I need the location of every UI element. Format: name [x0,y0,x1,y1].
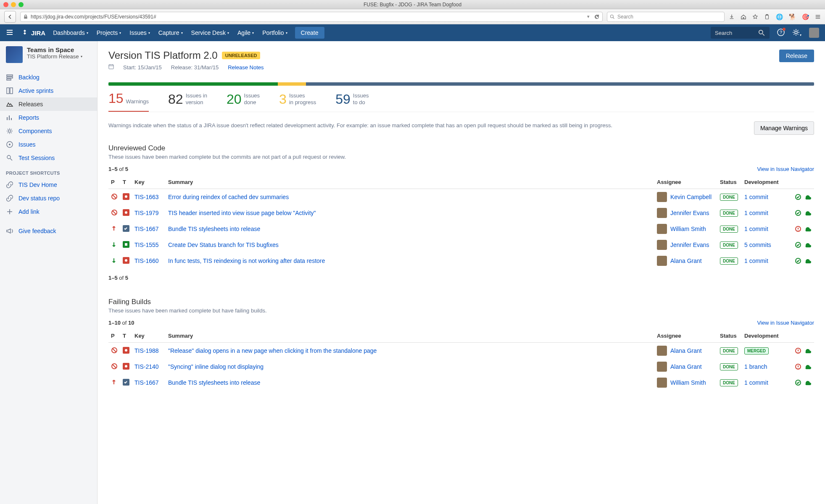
view-navigator-link-2[interactable]: View in Issue Navigator [757,320,814,326]
assignee-link[interactable]: Alana Grant [670,363,702,370]
reload-icon[interactable] [594,14,600,20]
assignee-link[interactable]: Alana Grant [670,257,702,264]
sidebar-item-active-sprints[interactable]: Active sprints [0,84,97,97]
table-row[interactable]: TIS-1667Bundle TIS stylesheets into rele… [108,375,814,391]
dev-link[interactable]: 1 commit [744,194,768,200]
col-key[interactable]: Key [132,329,166,343]
release-button[interactable]: Release [779,50,814,62]
menu-icon[interactable] [815,14,821,20]
release-notes-link[interactable]: Release Notes [228,64,264,71]
user-avatar[interactable] [809,28,819,38]
dev-link[interactable]: 1 commit [744,210,768,216]
home-icon[interactable] [741,14,746,20]
assignee-link[interactable]: William Smith [670,226,706,232]
issue-summary-link[interactable]: Error during reindex of cached dev summa… [168,194,289,200]
issue-summary-link[interactable]: TIS header inserted into view issue page… [168,210,316,216]
back-button[interactable] [4,11,16,23]
star-icon[interactable] [752,14,758,20]
nav-agile[interactable]: Agile ▾ [237,29,254,36]
manage-warnings-button[interactable]: Manage Warnings [754,121,814,135]
create-button[interactable]: Create [295,27,324,39]
col-development[interactable]: Development [742,176,792,189]
issue-key-link[interactable]: TIS-1663 [134,194,159,200]
sidebar-item-components[interactable]: Components [0,124,97,138]
sidebar-item-issues[interactable]: Issues [0,138,97,151]
release-selector[interactable]: TIS Platform Release ▾ [27,53,82,60]
issue-key-link[interactable]: TIS-1988 [134,347,159,354]
nav-issues[interactable]: Issues ▾ [129,29,150,36]
issue-key-link[interactable]: TIS-2140 [134,363,159,370]
col-assignee[interactable]: Assignee [654,176,717,189]
stat-inprogress[interactable]: 3Issuesin progress [279,92,316,112]
extension-icon-3[interactable]: 🎯 [802,13,809,20]
col-summary[interactable]: Summary [166,329,654,343]
sidebar-item-releases[interactable]: Releases [0,97,97,111]
stat-warnings[interactable]: 15Warnings [108,92,149,112]
col-summary[interactable]: Summary [166,176,654,189]
reader-icon[interactable]: ▾ [587,14,590,19]
issue-summary-link[interactable]: "Syncing" inline dialog not displaying [168,363,264,370]
assignee-link[interactable]: William Smith [670,379,706,386]
table-row[interactable]: TIS-1663Error during reindex of cached d… [108,189,814,205]
maximize-icon[interactable] [18,2,24,7]
sidebar-item-reports[interactable]: Reports [0,111,97,124]
table-row[interactable]: TIS-1660In func tests, TIS reindexing is… [108,253,814,269]
issue-summary-link[interactable]: In func tests, TIS reindexing is not wor… [168,257,325,264]
issue-summary-link[interactable]: Bundle TIS stylesheets into release [168,226,260,232]
dev-link[interactable]: 1 commit [744,257,768,264]
browser-search[interactable]: Search [607,12,725,22]
assignee-link[interactable]: Kevin Campbell [670,194,712,200]
address-bar[interactable]: https://jdog.jira-dev.com/projects/FUSE/… [20,12,603,22]
table-row[interactable]: TIS-2140"Syncing" inline dialog not disp… [108,359,814,375]
view-navigator-link[interactable]: View in Issue Navigator [757,166,814,172]
col-key[interactable]: Key [132,176,166,189]
col-type[interactable]: T [120,176,132,189]
issue-key-link[interactable]: TIS-1555 [134,242,159,248]
nav-capture[interactable]: Capture ▾ [158,29,183,36]
minimize-icon[interactable] [11,2,16,7]
col-assignee[interactable]: Assignee [654,329,717,343]
nav-projects[interactable]: Projects ▾ [97,29,121,36]
nav-dashboards[interactable]: Dashboards ▾ [53,29,88,36]
assignee-link[interactable]: Jennifer Evans [670,210,709,216]
issue-summary-link[interactable]: "Release" dialog opens in a new page whe… [168,347,377,354]
dev-link[interactable]: 1 branch [744,363,767,370]
issue-summary-link[interactable]: Bundle TIS stylesheets into release [168,379,260,386]
settings-icon[interactable]: ▾ [792,29,801,37]
shortcut-tis-dev-home[interactable]: TIS Dev Home [0,178,97,192]
dev-link[interactable]: 5 commits [744,242,771,248]
download-icon[interactable] [729,14,735,20]
extension-icon-1[interactable]: 🌐 [776,13,783,20]
nav-portfolio[interactable]: Portfolio ▾ [262,29,287,36]
assignee-link[interactable]: Alana Grant [670,347,702,354]
table-row[interactable]: TIS-1979TIS header inserted into view is… [108,205,814,221]
jira-search[interactable]: Search [711,27,770,39]
sidebar-feedback[interactable]: Give feedback [0,224,97,238]
col-status[interactable]: Status [717,176,742,189]
col-development[interactable]: Development [742,329,792,343]
close-icon[interactable] [3,2,8,7]
issue-key-link[interactable]: TIS-1667 [134,379,159,386]
stat-done[interactable]: 20Issuesdone [227,92,260,112]
table-row[interactable]: TIS-1555Create Dev Status branch for TIS… [108,237,814,253]
issue-key-link[interactable]: TIS-1667 [134,226,159,232]
app-menu-icon[interactable] [6,29,13,37]
col-type[interactable]: T [120,329,132,343]
stat-todo[interactable]: 59Issuesto do [335,92,369,112]
shortcut-add-link[interactable]: Add link [0,205,97,218]
col-priority[interactable]: P [108,176,120,189]
issue-summary-link[interactable]: Create Dev Status branch for TIS bugfixe… [168,242,279,248]
stat-version[interactable]: 82Issues inversion [168,92,207,112]
dev-link[interactable]: 1 commit [744,379,768,386]
help-icon[interactable]: ? [777,29,785,37]
clipboard-icon[interactable] [764,14,770,20]
jira-logo[interactable]: JIRA [21,29,45,37]
issue-key-link[interactable]: TIS-1979 [134,210,159,216]
col-priority[interactable]: P [108,329,120,343]
col-status[interactable]: Status [717,329,742,343]
dev-link[interactable]: 1 commit [744,226,768,232]
issue-key-link[interactable]: TIS-1660 [134,257,159,264]
shortcut-dev-status-repo[interactable]: Dev status repo [0,192,97,205]
sidebar-item-test-sessions[interactable]: Test Sessions [0,151,97,165]
nav-service desk[interactable]: Service Desk ▾ [191,29,229,36]
